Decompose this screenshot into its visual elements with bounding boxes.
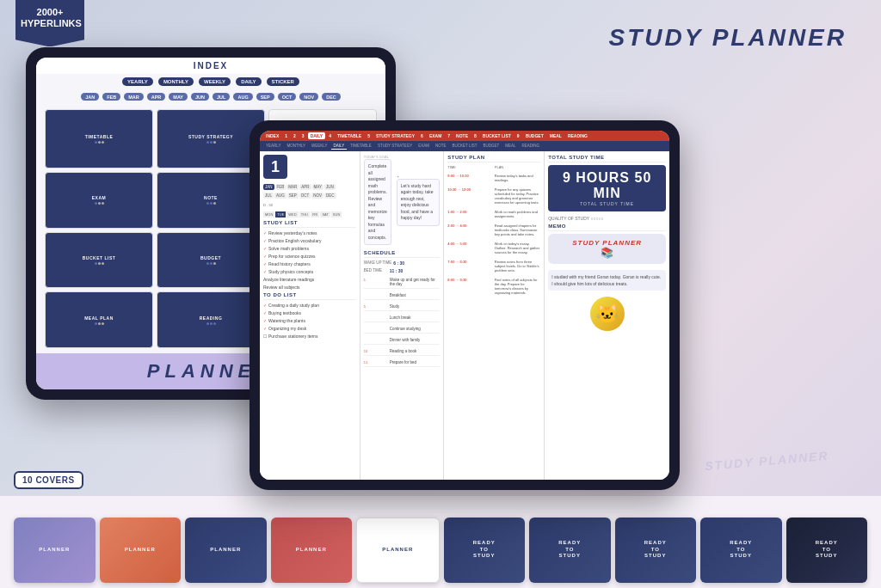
tab-daily[interactable]: DAILY [308,132,326,139]
cover-3[interactable]: PLANNER [185,518,267,583]
tab-exam[interactable]: EXAM [427,132,444,139]
study-plan-header: STUDY PLAN [447,155,540,162]
tab-dec[interactable]: DEC [324,193,336,199]
cover-9[interactable]: READYTOSTUDY [700,518,782,583]
todo-4: ✓Organizing my desk [263,326,356,331]
nav-weekly[interactable]: WEEKLY [199,77,231,86]
study-task-3: ✓Solve math problems [263,246,356,251]
month-jul[interactable]: JUL [213,93,230,101]
tab-feb[interactable]: FEB [275,184,286,190]
covers-grid: PLANNER PLANNER PLANNER PLANNER PLANNER … [14,503,867,581]
study-task-8: Review all subjects [263,285,356,290]
sub-nav-bar: YEARLY MONTHLY WEEKLY DAILY TIMETABLE ST… [260,141,669,151]
tab-9[interactable]: 9 [514,132,522,139]
tab-jul[interactable]: JUL [263,193,274,199]
tab-reading[interactable]: READING [565,132,590,139]
col-total-study: TOTAL STUDY TIME 9 HOURS 50 MIN TOTAL ST… [545,151,669,480]
sub-budget[interactable]: BUDGET [480,143,502,150]
tab-7[interactable]: 7 [445,132,453,139]
tab-budget[interactable]: BUDGET [523,132,546,139]
tab-nov[interactable]: NOV [311,193,323,199]
month-may[interactable]: MAY [169,93,188,101]
tab-timetable[interactable]: TIMETABLE [335,132,364,139]
tab-mar[interactable]: MAR [286,184,299,190]
index-bucket-list[interactable]: BUCKET LIST [45,232,153,289]
day-mon[interactable]: MON [263,211,274,217]
nav-monthly[interactable]: MONTHLY [158,77,194,86]
month-sep[interactable]: SEP [256,93,274,101]
month-dec[interactable]: DEC [322,93,341,101]
tab-1[interactable]: 1 [282,132,290,139]
month-jan[interactable]: JAN [81,93,99,101]
tab-meal[interactable]: MEAL [547,132,564,139]
sub-monthly[interactable]: MONTHLY [284,143,308,150]
index-nav: YEARLY MONTHLY WEEKLY DAILY STICKER [36,74,385,89]
cover-2[interactable]: PLANNER [100,518,182,583]
tab-aug[interactable]: AUG [274,193,286,199]
cover-5[interactable]: PLANNER [356,518,440,583]
month-feb[interactable]: FEB [102,93,120,101]
tab-index[interactable]: INDEX [263,132,281,139]
tab-jun[interactable]: JUN [324,184,336,190]
sched-4: Lunch break [364,314,440,322]
tab-4[interactable]: 4 [326,132,334,139]
index-exam[interactable]: EXAM [45,172,153,229]
sub-exam[interactable]: EXAM [416,143,432,150]
sub-bucket[interactable]: BUCKET LIST [450,143,480,150]
tab-study-strategy[interactable]: STUDY STRATEGY [373,132,417,139]
tab-2[interactable]: 2 [291,132,299,139]
index-timetable[interactable]: TIMETABLE [45,109,153,168]
sub-daily[interactable]: DAILY [331,143,348,150]
sub-meal[interactable]: MEAL [502,143,518,150]
tab-note[interactable]: NOTE [453,132,471,139]
month-mar[interactable]: MAR [124,93,144,101]
day-thu[interactable]: THU [299,211,310,217]
month-aug[interactable]: AUG [233,93,252,101]
sub-yearly[interactable]: YEARLY [263,143,283,150]
study-list-header: STUDY LIST [263,220,356,228]
day-fri[interactable]: FRI [311,211,319,217]
tab-5[interactable]: 5 [365,132,373,139]
cover-7[interactable]: READYTOSTUDY [529,518,611,583]
nav-sticker[interactable]: STICKER [267,77,299,86]
cover-4[interactable]: PLANNER [271,518,353,583]
tab-6[interactable]: 6 [418,132,426,139]
cover-1[interactable]: PLANNER [14,518,95,583]
todo-header: TO DO LIST [263,292,356,300]
index-header: INDEX [36,58,385,74]
tab-8[interactable]: 8 [471,132,479,139]
tab-jan[interactable]: JAN [263,184,274,190]
sub-note[interactable]: NOTE [433,143,449,150]
day-sat[interactable]: SAT [320,211,330,217]
tab-oct[interactable]: OCT [299,193,311,199]
tab-3[interactable]: 3 [299,132,307,139]
sub-timetable[interactable]: TIMETABLE [348,143,374,150]
nav-yearly[interactable]: YEARLY [122,77,153,86]
month-nov[interactable]: NOV [299,93,318,101]
day-tue[interactable]: TUE [275,211,286,217]
sched-6: Dinner with family [364,336,440,345]
cover-6[interactable]: READYTOSTUDY [444,518,526,583]
time-slot-1: 9:00 → 10:30 Review today's tasks and re… [447,174,540,182]
cat-image: 🐱 [590,297,625,331]
index-meal-plan[interactable]: MEAL PLAN [45,291,153,348]
tab-bucket[interactable]: BUCKET LIST [480,132,514,139]
day-sun[interactable]: SUN [331,211,342,217]
day-wed[interactable]: WED [286,211,298,217]
sub-weekly[interactable]: WEEKLY [309,143,330,150]
tab-sep[interactable]: SEP [287,193,299,199]
time-slot-4: 2:00 → 4:00 Read assigned chapters for t… [447,224,540,236]
month-jun[interactable]: JUN [191,93,209,101]
sub-study-strategy[interactable]: STUDY STRATEGY [375,143,415,150]
cover-10[interactable]: READYTOSTUDY [786,518,868,583]
tab-apr[interactable]: APR [299,184,311,190]
tab-may[interactable]: MAY [312,184,323,190]
study-task-6: ✓Study physics concepts [263,269,356,274]
month-oct[interactable]: OCT [278,93,297,101]
d-counter: D - 50 [263,203,356,207]
nav-daily[interactable]: DAILY [236,77,261,86]
sub-reading[interactable]: READING [519,143,542,150]
month-apr[interactable]: APR [147,93,166,101]
cover-8[interactable]: READYTOSTUDY [615,518,697,583]
month-tabs-row1: JAN FEB MAR APR MAY JUN [263,184,356,190]
